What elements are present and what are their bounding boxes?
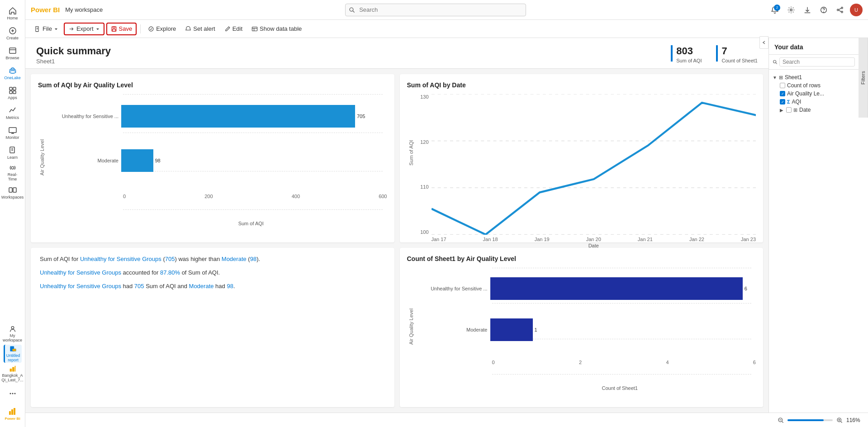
svg-point-16 — [11, 166, 14, 169]
bar2-value: 98 — [155, 158, 161, 163]
x3-tick-6: 6 — [753, 360, 756, 365]
svg-rect-29 — [11, 409, 13, 415]
chart3-bars: Unhealthy for Sensitive ... 6 Moderate — [415, 268, 756, 385]
save-button[interactable]: Save — [106, 23, 137, 35]
svg-rect-17 — [9, 188, 12, 192]
checkbox-count-rows[interactable] — [780, 83, 785, 88]
sidebar-item-onelake[interactable]: OneLake — [4, 64, 22, 82]
svg-point-19 — [11, 327, 14, 329]
download-button[interactable] — [801, 4, 814, 16]
toolbar: File Export Save Explore — [25, 20, 868, 38]
svg-rect-28 — [9, 411, 11, 415]
tree-date[interactable]: ▶ ⊞ Date — [780, 106, 855, 114]
chart-aqi-level: Sum of AQI by Air Quality Level Air Qual… — [31, 74, 394, 242]
export-button[interactable]: Export — [64, 23, 104, 35]
tree-count-rows[interactable]: Count of rows — [780, 81, 855, 90]
notifications-button[interactable]: 2 — [768, 4, 781, 16]
sidebar-label-learn: Learn — [7, 156, 18, 160]
highlight-moderate-1: Moderate — [222, 256, 247, 262]
chart3-bar2-wrap: 1 — [490, 318, 756, 341]
chart3-content: Air Quality Level Unhealthy — [407, 268, 756, 385]
brand-logo: Power BI — [31, 6, 60, 14]
kpi-count-values: 7 Count of Sheet1 — [721, 45, 758, 63]
zoom-out-icon[interactable] — [778, 417, 784, 423]
sidebar-item-dataset[interactable]: Bangkok_A Qi_Last_7... — [4, 365, 22, 383]
bar-row-2: Moderate 98 — [46, 149, 387, 172]
user-avatar[interactable]: U — [850, 4, 863, 16]
explore-button[interactable]: Explore — [144, 23, 180, 35]
svg-line-63 — [841, 421, 842, 422]
sidebar-item-create[interactable]: Create — [4, 24, 22, 43]
chart-aqi-date-title: Sum of AQI by Date — [407, 81, 756, 89]
file-button[interactable]: File — [31, 23, 62, 35]
chart3-bar-row-1: Unhealthy for Sensitive ... 6 — [415, 277, 756, 300]
data-tree: ▼ ⊞ Sheet1 Count of rows ✓ Air Qualit — [769, 70, 859, 118]
tree-root-sheet1[interactable]: ▼ ⊞ Sheet1 — [773, 73, 855, 81]
sidebar-item-monitor[interactable]: Monitor — [4, 124, 22, 142]
sidebar-item-learn[interactable]: Learn — [4, 144, 22, 162]
toolbar-divider-1 — [140, 24, 141, 33]
svg-rect-3 — [9, 48, 16, 53]
svg-rect-8 — [9, 91, 12, 94]
sidebar-item-browse[interactable]: Browse — [4, 44, 22, 62]
sidebar-item-metrics[interactable]: Metrics — [4, 104, 22, 122]
svg-rect-24 — [14, 366, 15, 372]
checkbox-aqi[interactable]: ✓ — [780, 99, 785, 104]
chart2-y-ticks: 130 120 110 100 — [415, 94, 432, 235]
sidebar-label-monitor: Monitor — [5, 136, 19, 140]
grid-line — [123, 209, 383, 210]
summary-card: Sum of AQI for Unhealthy for Sensitive G… — [31, 248, 394, 407]
show-data-table-button[interactable]: Show data table — [248, 23, 305, 35]
date-table-icon: ⊞ — [793, 107, 797, 113]
filters-tab-vertical[interactable]: Filters — [859, 38, 868, 118]
grid-line-3 — [492, 374, 752, 375]
grid-line — [123, 133, 383, 133]
sidebar-item-workspaces[interactable]: Workspaces — [4, 184, 22, 202]
chart-aqi-level-title: Sum of AQI by Air Quality Level — [38, 81, 387, 89]
sidebar-item-home[interactable]: Home — [4, 5, 22, 23]
sidebar-item-apps[interactable]: Apps — [4, 84, 22, 102]
svg-rect-6 — [9, 87, 12, 90]
sidebar-item-untitled-report[interactable]: Untitled report — [4, 345, 22, 363]
sidebar-label-myworkspace: My workspace — [3, 334, 22, 343]
chart3-bar2-fill — [490, 318, 533, 341]
sidebar-powerbi-logo: Power BI — [4, 404, 22, 422]
chart3-bar2-value: 1 — [535, 327, 537, 332]
chart1-x-label: Sum of AQI — [115, 221, 387, 226]
summary-line-3: Unhealthy for Sensitive Groups had 705 S… — [40, 282, 385, 290]
y-tick-130: 130 — [420, 94, 428, 100]
checkbox-air-quality[interactable]: ✓ — [780, 91, 785, 96]
x3-tick-2: 2 — [579, 360, 582, 365]
tree-air-quality[interactable]: ✓ Air Quality Le... — [780, 90, 855, 98]
zoom-in-icon[interactable] — [836, 417, 843, 423]
svg-rect-50 — [252, 27, 257, 30]
sidebar-item-realtime[interactable]: Real-Time — [4, 164, 22, 182]
chart2-x-label: Date — [432, 243, 756, 248]
global-search-input[interactable] — [345, 4, 526, 16]
set-alert-button[interactable]: Set alert — [181, 23, 218, 35]
tree-aqi[interactable]: ✓ Σ AQI — [780, 98, 855, 106]
sidebar-item-myworkspace[interactable]: My workspace — [4, 325, 22, 343]
bar1-wrap: 705 — [121, 105, 387, 128]
highlight-moderate-2: Moderate — [189, 283, 214, 289]
kpi-aqi-bar — [671, 45, 673, 62]
y-tick-110: 110 — [420, 184, 428, 190]
help-button[interactable] — [817, 4, 830, 16]
settings-button[interactable] — [785, 4, 797, 16]
grid-line — [123, 94, 383, 95]
zoom-slider[interactable] — [787, 419, 833, 421]
share-button[interactable] — [834, 4, 846, 16]
edit-button[interactable]: Edit — [221, 23, 246, 35]
bar2-label: Moderate — [46, 158, 119, 163]
report-kpis: 803 Sum of AQI 7 Count of Sheet1 — [671, 45, 758, 63]
checkbox-date[interactable] — [786, 107, 792, 113]
sidebar-label-workspaces: Workspaces — [1, 195, 24, 200]
sigma-icon: Σ — [787, 99, 790, 104]
sidebar-item-more[interactable] — [4, 384, 22, 403]
zoom-value: 116% — [846, 417, 863, 423]
svg-rect-23 — [12, 367, 14, 371]
chart-aqi-date: Sum of AQI by Date Sum of AQI 130 120 11… — [400, 74, 764, 242]
notification-badge: 2 — [774, 5, 780, 11]
right-search-input[interactable] — [779, 57, 855, 66]
chart3-bar1-fill — [490, 277, 743, 300]
